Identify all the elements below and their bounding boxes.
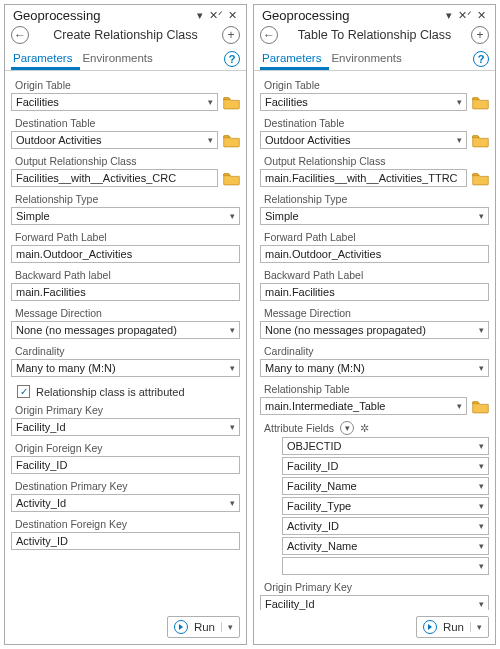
chevron-down-icon: ▾ — [208, 97, 213, 107]
gear-icon[interactable]: ✲ — [360, 422, 369, 435]
attribute-fields-list: OBJECTID▾Facility_ID▾Facility_Name▾Facil… — [260, 437, 489, 575]
relationship-type-label: Relationship Type — [11, 191, 240, 207]
dest-fk-input[interactable]: Activity_ID — [11, 532, 240, 550]
attributed-checkbox[interactable]: ✓ Relationship class is attributed — [11, 381, 240, 402]
origin-pk-label: Origin Primary Key — [11, 402, 240, 418]
chevron-down-icon[interactable]: ▾ — [221, 622, 233, 632]
tab-environments[interactable]: Environments — [80, 48, 160, 70]
destination-table-input[interactable]: Outdoor Activities▾ — [260, 131, 467, 149]
attributed-checkbox-label: Relationship class is attributed — [36, 386, 185, 398]
cardinality-label: Cardinality — [11, 343, 240, 359]
tab-parameters[interactable]: Parameters — [11, 48, 80, 70]
attribute-field-item[interactable]: Activity_ID▾ — [282, 517, 489, 535]
attribute-field-item[interactable]: OBJECTID▾ — [282, 437, 489, 455]
back-icon[interactable]: ← — [260, 26, 278, 44]
browse-icon[interactable] — [222, 170, 240, 187]
play-icon — [423, 620, 437, 634]
origin-table-input[interactable]: Facilities▾ — [260, 93, 467, 111]
chevron-down-icon: ▾ — [479, 561, 484, 571]
message-direction-input[interactable]: None (no messages propagated)▾ — [260, 321, 489, 339]
origin-pk-input[interactable]: Facility_Id▾ — [11, 418, 240, 436]
forward-label-label: Forward Path Label — [260, 229, 489, 245]
chevron-down-icon: ▾ — [230, 498, 235, 508]
help-icon[interactable]: ? — [473, 51, 489, 67]
tool-header: ← Table To Relationship Class + — [254, 23, 495, 48]
help-icon[interactable]: ? — [224, 51, 240, 67]
play-icon — [174, 620, 188, 634]
chevron-down-icon: ▾ — [479, 599, 484, 609]
chevron-down-icon: ▾ — [479, 521, 484, 531]
output-rc-input[interactable]: main.Facilities__with__Activities_TTRC — [260, 169, 467, 187]
chevron-down-icon: ▾ — [230, 422, 235, 432]
minimize-icon[interactable]: ▾ — [441, 9, 457, 22]
tool-name: Create Relationship Class — [35, 28, 216, 42]
attribute-field-item[interactable]: ▾ — [282, 557, 489, 575]
attribute-field-item[interactable]: Facility_Type▾ — [282, 497, 489, 515]
origin-fk-input[interactable]: Facility_ID — [11, 456, 240, 474]
origin-pk-label: Origin Primary Key — [260, 579, 489, 595]
output-rc-label: Output Relationship Class — [11, 153, 240, 169]
backward-label-label: Backward Path Label — [260, 267, 489, 283]
footer: Run ▾ — [254, 610, 495, 644]
tool-name: Table To Relationship Class — [284, 28, 465, 42]
chevron-down-icon: ▾ — [479, 325, 484, 335]
attribute-field-item[interactable]: Facility_Name▾ — [282, 477, 489, 495]
tabs: Parameters Environments ? — [254, 48, 495, 71]
origin-pk-input[interactable]: Facility_Id▾ — [260, 595, 489, 610]
relationship-type-input[interactable]: Simple▾ — [260, 207, 489, 225]
chevron-down-icon: ▾ — [479, 211, 484, 221]
add-icon[interactable]: + — [471, 26, 489, 44]
destination-table-input[interactable]: Outdoor Activities▾ — [11, 131, 218, 149]
attribute-fields-header[interactable]: Attribute Fields ▾ ✲ — [260, 419, 489, 437]
tabs: Parameters Environments ? — [5, 48, 246, 71]
attribute-field-item[interactable]: Facility_ID▾ — [282, 457, 489, 475]
browse-icon[interactable] — [471, 398, 489, 415]
output-rc-input[interactable]: Facilities__with__Activities_CRC — [11, 169, 218, 187]
chevron-down-icon[interactable]: ▾ — [470, 622, 482, 632]
run-button[interactable]: Run ▾ — [167, 616, 240, 638]
cardinality-input[interactable]: Many to many (M:N)▾ — [260, 359, 489, 377]
origin-table-label: Origin Table — [11, 77, 240, 93]
browse-icon[interactable] — [222, 132, 240, 149]
browse-icon[interactable] — [222, 94, 240, 111]
collapse-icon[interactable]: ▾ — [340, 421, 354, 435]
minimize-icon[interactable]: ▾ — [192, 9, 208, 22]
relationship-type-input[interactable]: Simple▾ — [11, 207, 240, 225]
attribute-field-item[interactable]: Activity_Name▾ — [282, 537, 489, 555]
relationship-table-input[interactable]: main.Intermediate_Table▾ — [260, 397, 467, 415]
origin-table-input[interactable]: Facilities▾ — [11, 93, 218, 111]
cardinality-input[interactable]: Many to many (M:N)▾ — [11, 359, 240, 377]
destination-table-label: Destination Table — [260, 115, 489, 131]
chevron-down-icon: ▾ — [457, 401, 462, 411]
tool-header: ← Create Relationship Class + — [5, 23, 246, 48]
tab-environments[interactable]: Environments — [329, 48, 409, 70]
pin-icon[interactable]: ✕ᐟ — [457, 9, 473, 22]
backward-label-input[interactable]: main.Facilities — [260, 283, 489, 301]
browse-icon[interactable] — [471, 132, 489, 149]
chevron-down-icon: ▾ — [479, 441, 484, 451]
add-icon[interactable]: + — [222, 26, 240, 44]
tab-parameters[interactable]: Parameters — [260, 48, 329, 70]
dest-fk-label: Destination Foreign Key — [11, 516, 240, 532]
forward-label-input[interactable]: main.Outdoor_Activities — [11, 245, 240, 263]
forward-label-label: Forward Path Label — [11, 229, 240, 245]
browse-icon[interactable] — [471, 94, 489, 111]
message-direction-input[interactable]: None (no messages propagated)▾ — [11, 321, 240, 339]
back-icon[interactable]: ← — [11, 26, 29, 44]
browse-icon[interactable] — [471, 170, 489, 187]
titlebar: Geoprocessing ▾ ✕ᐟ ✕ — [5, 5, 246, 23]
pane-table-to-relationship-class: Geoprocessing ▾ ✕ᐟ ✕ ← Table To Relation… — [253, 4, 496, 645]
close-icon[interactable]: ✕ — [224, 9, 240, 22]
pin-icon[interactable]: ✕ᐟ — [208, 9, 224, 22]
forward-label-input[interactable]: main.Outdoor_Activities — [260, 245, 489, 263]
message-direction-label: Message Direction — [11, 305, 240, 321]
dest-pk-input[interactable]: Activity_Id▾ — [11, 494, 240, 512]
checkmark-icon: ✓ — [17, 385, 30, 398]
origin-fk-label: Origin Foreign Key — [11, 440, 240, 456]
close-icon[interactable]: ✕ — [473, 9, 489, 22]
app-title: Geoprocessing — [13, 8, 192, 23]
run-button[interactable]: Run ▾ — [416, 616, 489, 638]
attribute-fields-label: Attribute Fields — [264, 422, 334, 434]
backward-label-input[interactable]: main.Facilities — [11, 283, 240, 301]
chevron-down-icon: ▾ — [479, 541, 484, 551]
